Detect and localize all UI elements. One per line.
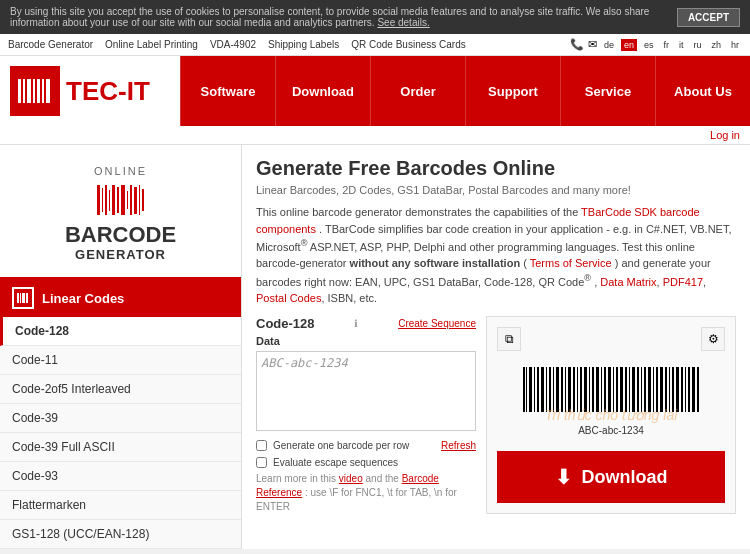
login-link[interactable]: Log in xyxy=(710,129,740,141)
sidebar-item-code2of5[interactable]: Code-2of5 Interleaved xyxy=(0,375,241,404)
svg-rect-56 xyxy=(697,367,699,412)
generator-header: Code-128 ℹ Create Sequence xyxy=(256,316,476,331)
svg-rect-1 xyxy=(18,79,21,103)
svg-rect-3 xyxy=(27,79,31,103)
page-description: This online barcode generator demonstrat… xyxy=(256,204,736,306)
data-field-label: Data xyxy=(256,335,476,347)
download-label: Download xyxy=(582,467,668,488)
nav-about-us[interactable]: About Us xyxy=(655,56,750,126)
svg-rect-6 xyxy=(42,79,44,103)
download-icon: ⬇ xyxy=(555,465,572,489)
svg-rect-15 xyxy=(534,367,535,412)
nav-order[interactable]: Order xyxy=(370,56,465,126)
svg-rect-5 xyxy=(37,79,40,103)
subnav-item-label-printing[interactable]: Online Label Printing xyxy=(105,39,198,50)
nav-service[interactable]: Service xyxy=(560,56,655,126)
data-input-field[interactable]: ABC-abc-1234 xyxy=(256,351,476,431)
svg-rect-48 xyxy=(665,367,667,412)
sidebar-item-code39full[interactable]: Code-39 Full ASCII xyxy=(0,433,241,462)
cookie-text: By using this site you accept the use of… xyxy=(10,6,677,28)
sidebar-item-code93[interactable]: Code-93 xyxy=(0,462,241,491)
subnav-item-qr-business-cards[interactable]: QR Code Business Cards xyxy=(351,39,466,50)
svg-rect-44 xyxy=(648,367,651,412)
sidebar-item-flattermarken[interactable]: Flattermarken xyxy=(0,491,241,520)
data-matrix-link[interactable]: Data Matrix xyxy=(600,275,656,287)
lang-fr[interactable]: fr xyxy=(660,39,672,51)
barcode-preview: ABC-abc-1234 xyxy=(521,367,701,436)
svg-rect-14 xyxy=(529,367,532,412)
subnav-item-shipping-labels[interactable]: Shipping Labels xyxy=(268,39,339,50)
copy-button[interactable]: ⧉ xyxy=(497,327,521,351)
svg-rect-9 xyxy=(20,293,21,303)
svg-rect-19 xyxy=(549,367,551,412)
cookie-details-link[interactable]: See details. xyxy=(377,17,429,28)
per-row-checkbox[interactable] xyxy=(256,440,267,451)
svg-rect-22 xyxy=(561,367,563,412)
download-section: ⬇ Download xyxy=(497,451,725,503)
refresh-link[interactable]: Refresh xyxy=(441,440,476,451)
svg-rect-34 xyxy=(608,367,611,412)
nav-software[interactable]: Software xyxy=(180,56,275,126)
lang-ru[interactable]: ru xyxy=(690,39,704,51)
sidebar-item-gs1128[interactable]: GS1-128 (UCC/EAN-128) xyxy=(0,520,241,549)
lang-de[interactable]: de xyxy=(601,39,617,51)
svg-rect-45 xyxy=(653,367,654,412)
escape-sequences-checkbox[interactable] xyxy=(256,457,267,468)
subnav-item-vda4902[interactable]: VDA-4902 xyxy=(210,39,256,50)
svg-rect-2 xyxy=(23,79,25,103)
create-sequence-link[interactable]: Create Sequence xyxy=(398,318,476,329)
svg-rect-29 xyxy=(589,367,590,412)
svg-rect-28 xyxy=(584,367,587,412)
svg-rect-37 xyxy=(620,367,623,412)
generator-right: ⧉ ⚙ xyxy=(486,316,736,514)
sidebar-logo: ONLINE BARCODE GENERATOR xyxy=(0,145,241,279)
svg-rect-49 xyxy=(669,367,670,412)
per-row-label: Generate one barcode per row xyxy=(273,440,409,451)
postal-codes-link[interactable]: Postal Codes xyxy=(256,292,321,304)
nav-download[interactable]: Download xyxy=(275,56,370,126)
sub-nav: Barcode Generator Online Label Printing … xyxy=(0,34,750,56)
svg-rect-25 xyxy=(573,367,575,412)
logo-text: TEC-IT xyxy=(66,76,150,107)
lang-es[interactable]: es xyxy=(641,39,657,51)
sidebar-item-code128[interactable]: Code-128 xyxy=(0,317,241,346)
sidebar-item-code11[interactable]: Code-11 xyxy=(0,346,241,375)
lang-it[interactable]: it xyxy=(676,39,687,51)
svg-rect-55 xyxy=(692,367,695,412)
svg-rect-31 xyxy=(596,367,599,412)
settings-button[interactable]: ⚙ xyxy=(701,327,725,351)
svg-rect-33 xyxy=(604,367,606,412)
content-area: Generate Free Barcodes Online Linear Bar… xyxy=(242,145,750,549)
section-header-icon xyxy=(12,287,34,309)
svg-rect-54 xyxy=(688,367,690,412)
info-icon: ℹ xyxy=(354,318,358,329)
svg-rect-11 xyxy=(26,293,28,303)
lang-hr[interactable]: hr xyxy=(728,39,742,51)
generator-left: Code-128 ℹ Create Sequence Data ABC-abc-… xyxy=(256,316,476,514)
section-header-label: Linear Codes xyxy=(42,291,124,306)
pdf417-link[interactable]: PDF417 xyxy=(663,275,703,287)
svg-rect-16 xyxy=(537,367,539,412)
accept-cookies-button[interactable]: ACCEPT xyxy=(677,8,740,27)
page-subtitle: Linear Barcodes, 2D Codes, GS1 DataBar, … xyxy=(256,184,736,196)
svg-rect-4 xyxy=(33,79,35,103)
lang-en[interactable]: en xyxy=(621,39,637,51)
svg-rect-52 xyxy=(681,367,683,412)
page-title: Generate Free Barcodes Online xyxy=(256,157,736,180)
svg-rect-23 xyxy=(565,367,566,412)
sidebar-item-code39[interactable]: Code-39 xyxy=(0,404,241,433)
subnav-item-barcode-generator[interactable]: Barcode Generator xyxy=(8,39,93,50)
main-nav: Software Download Order Support Service … xyxy=(180,56,750,126)
sidebar-online-label: ONLINE xyxy=(10,165,231,177)
nav-support[interactable]: Support xyxy=(465,56,560,126)
sidebar: ONLINE BARCODE GENERATOR xyxy=(0,145,242,549)
download-button[interactable]: ⬇ Download xyxy=(497,451,725,503)
email-icon: ✉ xyxy=(588,38,597,51)
info-text: Learn more in this video and the Barcode… xyxy=(256,472,476,514)
lang-zh[interactable]: zh xyxy=(708,39,724,51)
tos-link[interactable]: Terms of Service xyxy=(530,257,612,269)
logo-area: TEC-IT xyxy=(0,56,180,126)
video-link[interactable]: video xyxy=(339,473,363,484)
barcode-value-label: ABC-abc-1234 xyxy=(578,425,644,436)
svg-rect-26 xyxy=(577,367,578,412)
